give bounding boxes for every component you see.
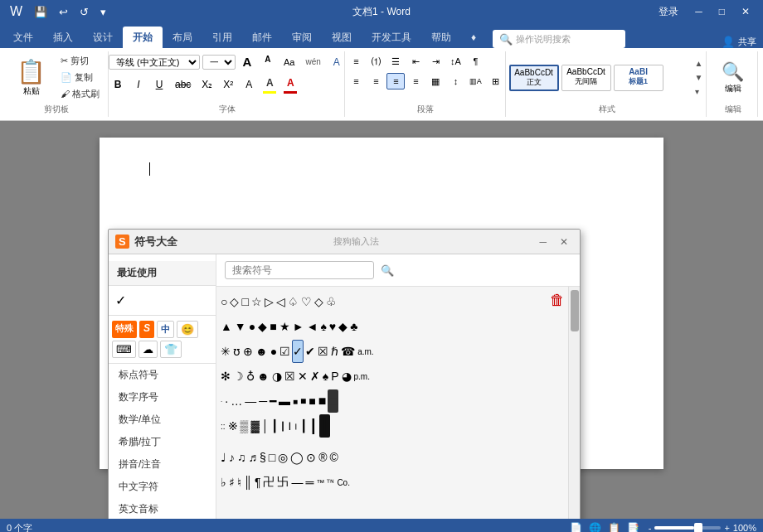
sym-registered[interactable]: ® bbox=[318, 446, 328, 469]
cat-pinyin[interactable]: 拼音/注音 bbox=[109, 453, 216, 476]
symbol-search-input[interactable] bbox=[225, 261, 374, 279]
styles-scroll-up[interactable]: ▲ bbox=[693, 57, 705, 70]
sym-x-mark[interactable]: ✗ bbox=[309, 365, 321, 388]
sym-shade-dark[interactable]: ▓ bbox=[250, 414, 260, 438]
cat-weather-btn[interactable]: ☁ bbox=[139, 341, 158, 358]
sym-pipe-2[interactable]: ┃ bbox=[279, 414, 286, 438]
sym-diamond-outline[interactable]: ◇ bbox=[229, 290, 240, 313]
scroll-thumb[interactable] bbox=[571, 290, 579, 331]
sym-block-xxl[interactable]: ■ bbox=[328, 389, 338, 413]
sym-dash[interactable]: — bbox=[290, 471, 304, 494]
sym-box-x[interactable]: ☒ bbox=[284, 365, 296, 388]
format-painter-button[interactable]: 🖌 格式刷 bbox=[57, 86, 103, 102]
columns-button[interactable]: ▦ bbox=[426, 73, 445, 89]
cat-special-btn[interactable]: 特殊 bbox=[112, 321, 137, 338]
sym-colon-colon[interactable]: :: bbox=[220, 414, 226, 438]
grow-font-button[interactable]: A bbox=[238, 53, 256, 70]
sym-flat[interactable]: ♭ bbox=[220, 471, 227, 494]
save-icon[interactable]: 💾 bbox=[31, 4, 51, 20]
sym-tn[interactable]: ᵀᴺ bbox=[326, 471, 335, 494]
view-print-btn[interactable]: 📄 bbox=[567, 521, 585, 532]
style-no-space[interactable]: AaBbCcDt无间隔 bbox=[561, 65, 611, 91]
copy-button[interactable]: 📄 复制 bbox=[57, 70, 103, 85]
sym-block-sm[interactable]: ■ bbox=[292, 389, 299, 413]
phonetic-button[interactable]: wén bbox=[301, 56, 324, 68]
style-heading1[interactable]: AaBl标题1 bbox=[614, 65, 663, 91]
sym-block-xl[interactable]: ■ bbox=[318, 389, 328, 413]
styles-scroll-down[interactable]: ▼ bbox=[693, 71, 705, 84]
sym-pipe-4[interactable]: ┃ bbox=[294, 414, 299, 438]
sym-smiley[interactable]: ☻ bbox=[255, 340, 269, 363]
style-normal[interactable]: AaBbCcDt正文 bbox=[509, 65, 559, 91]
view-outline-btn[interactable]: 📋 bbox=[605, 521, 623, 532]
sym-diamond-small-outline[interactable]: ◇ bbox=[313, 290, 324, 313]
quick-access-dropdown[interactable]: ▾ bbox=[97, 4, 109, 20]
sym-square-outline[interactable]: □ bbox=[241, 290, 249, 313]
font-size-select[interactable]: 一号 bbox=[202, 55, 236, 70]
sym-asterisk-8[interactable]: ✳ bbox=[220, 340, 231, 363]
sym-smiley-2[interactable]: ☻ bbox=[256, 365, 270, 388]
sym-ellipsis[interactable]: … bbox=[230, 389, 243, 413]
sym-heart-outline[interactable]: ♡ bbox=[300, 290, 313, 313]
sym-sharp[interactable]: ♯ bbox=[228, 471, 236, 494]
tab-layout[interactable]: 布局 bbox=[163, 27, 202, 48]
cat-number-seq[interactable]: 数字序号 bbox=[109, 386, 216, 409]
sym-pipe-6[interactable]: ┃ bbox=[309, 414, 318, 438]
tab-mail[interactable]: 邮件 bbox=[242, 27, 282, 48]
sym-circle-dot[interactable]: ⊙ bbox=[305, 446, 317, 469]
borders-button[interactable]: ⊞ bbox=[486, 73, 504, 89]
sym-p[interactable]: P bbox=[330, 365, 339, 388]
font-color-button[interactable]: A bbox=[281, 75, 299, 94]
sym-natural[interactable]: ♮ bbox=[236, 471, 242, 494]
bold-button[interactable]: B bbox=[109, 77, 127, 92]
shading-button[interactable]: ▥A bbox=[466, 73, 484, 89]
tab-help[interactable]: 帮助 bbox=[421, 27, 461, 48]
zoom-slider[interactable] bbox=[654, 526, 721, 530]
decrease-indent-button[interactable]: ⇤ bbox=[406, 53, 425, 70]
search-box[interactable]: 🔍 操作说明搜索 bbox=[493, 30, 625, 48]
cat-greek-latin[interactable]: 希腊/拉丁 bbox=[109, 431, 216, 453]
sym-cross[interactable]: ✕ bbox=[297, 365, 309, 388]
minimize-button[interactable]: ─ bbox=[688, 4, 709, 19]
sym-swastika-r[interactable]: 卐 bbox=[276, 471, 289, 494]
sym-pm[interactable]: p.m. bbox=[353, 365, 371, 388]
cat-keyboard-btn[interactable]: ⌨ bbox=[112, 341, 136, 358]
sym-triangle-left-outline[interactable]: ◁ bbox=[275, 290, 286, 313]
undo-icon[interactable]: ↩ bbox=[56, 4, 71, 20]
case-button[interactable]: Aa bbox=[279, 56, 299, 69]
highlight-button[interactable]: A bbox=[260, 75, 279, 94]
cat-math-unit[interactable]: 数学/单位 bbox=[109, 409, 216, 431]
cat-chinese-chars[interactable]: 中文字符 bbox=[109, 476, 216, 498]
cat-english-phonetics[interactable]: 英文音标 bbox=[109, 498, 216, 519]
sym-co[interactable]: Co. bbox=[336, 471, 351, 494]
sym-star-filled[interactable]: ★ bbox=[279, 315, 291, 338]
sym-checkbox-checked[interactable]: ☑ bbox=[279, 340, 291, 363]
sym-reference[interactable]: ※ bbox=[227, 414, 239, 438]
sym-double-dash[interactable]: ═ bbox=[304, 471, 314, 494]
tab-diamond[interactable]: ♦ bbox=[461, 27, 486, 48]
symbol-minimize-button[interactable]: ─ bbox=[534, 235, 552, 249]
sym-arrow-left-filled[interactable]: ◄ bbox=[306, 315, 319, 338]
clear-format-button[interactable]: A bbox=[240, 77, 258, 92]
sym-copyright[interactable]: © bbox=[329, 446, 339, 469]
sym-circle-filled[interactable]: ● bbox=[248, 315, 256, 338]
share-btn[interactable]: 共享 bbox=[738, 36, 756, 48]
sym-checkbox-x[interactable]: ☒ bbox=[317, 340, 329, 363]
symbol-search-button[interactable]: 🔍 bbox=[376, 262, 399, 279]
multilevel-list-button[interactable]: ☰ bbox=[386, 53, 405, 70]
delete-recent-button[interactable]: 🗑 bbox=[550, 292, 565, 309]
sym-arrow-right-filled[interactable]: ► bbox=[292, 315, 305, 338]
sym-triangle-right-outline[interactable]: ▷ bbox=[264, 290, 275, 313]
scroll-track[interactable] bbox=[568, 287, 580, 519]
sym-dot-small[interactable]: · bbox=[220, 389, 223, 413]
view-draft-btn[interactable]: 📑 bbox=[624, 521, 642, 532]
tab-review[interactable]: 审阅 bbox=[282, 27, 322, 48]
login-button[interactable]: 登录 bbox=[652, 3, 685, 21]
sort-button[interactable]: ↕A bbox=[446, 53, 464, 70]
sym-diamond-filled-2[interactable]: ◆ bbox=[338, 315, 348, 338]
cat-clothes-btn[interactable]: 👕 bbox=[160, 341, 182, 358]
tab-insert[interactable]: 插入 bbox=[43, 27, 83, 48]
sym-spade-filled[interactable]: ♠ bbox=[319, 315, 327, 338]
sym-shade-light[interactable]: ▒ bbox=[240, 414, 250, 438]
underline-button[interactable]: U bbox=[150, 77, 168, 92]
